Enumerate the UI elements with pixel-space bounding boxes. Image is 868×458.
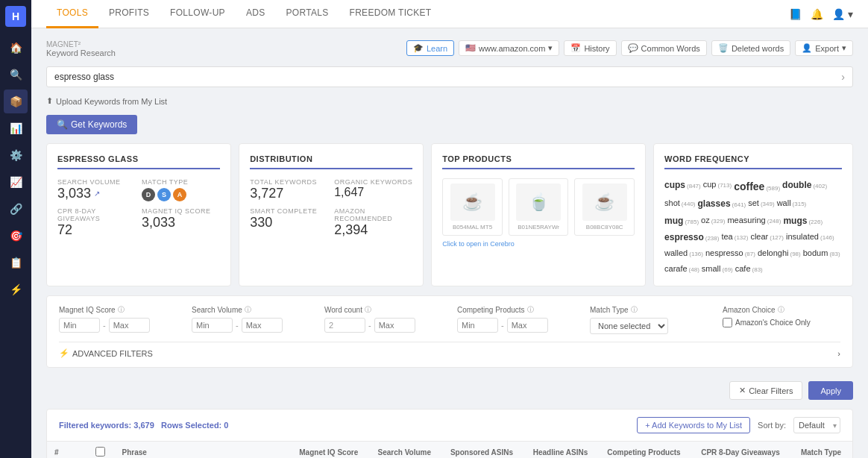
col-num: # (47, 442, 66, 458)
word-double: double(402) (782, 178, 827, 195)
page-subtitle: Keyword Research (46, 48, 116, 57)
apply-button[interactable]: Apply (808, 381, 853, 400)
upload-keywords-link[interactable]: ⬆ Upload Keywords from My List (46, 96, 853, 106)
word-bodum: bodum(83) (803, 247, 840, 260)
results-info: Filtered keywords: 3,679 Rows Selected: … (59, 421, 228, 430)
word-count-info-icon[interactable]: ⓘ (365, 305, 371, 315)
sidebar-icon-products[interactable]: 📦 (4, 90, 28, 113)
search-vol-max[interactable] (242, 318, 283, 333)
common-words-button[interactable]: 💬 Common Words (621, 40, 707, 56)
export-label: Export (815, 44, 839, 53)
tab-tools[interactable]: TOOLS (46, 0, 98, 28)
search-value: espresso glass (54, 72, 114, 82)
search-arrow-icon: › (841, 71, 845, 83)
amazon-choice-checkbox[interactable] (723, 318, 732, 327)
word-carafe: carafe(48) (664, 263, 699, 276)
magnet-iq-info-icon[interactable]: ⓘ (118, 305, 125, 315)
results-actions: + Add Keywords to My List Sort by: Defau… (637, 417, 840, 433)
word-small: small(69) (702, 263, 733, 276)
sidebar-icon-target[interactable]: 🎯 (4, 224, 28, 248)
match-type-filter-label: Match Type ⓘ (590, 305, 708, 315)
results-table: # Phrase Magnet IQ Score Search Volume S… (47, 442, 852, 458)
get-keywords-label: Get Keywords (71, 119, 127, 130)
word-clear: clear(127) (750, 230, 784, 245)
word-mugs: mugs(226) (783, 214, 823, 228)
sidebar-icon-links[interactable]: 🔗 (4, 197, 28, 221)
deleted-words-icon: 🗑️ (718, 43, 729, 53)
product-image-1: ☕ (450, 183, 495, 221)
match-type-select[interactable]: None selected (590, 318, 668, 334)
filters-section: Magnet IQ Score ⓘ - Search Volume ⓘ (46, 295, 853, 368)
word-count-min[interactable] (324, 318, 365, 333)
sidebar-icon-analytics[interactable]: 📊 (4, 116, 28, 140)
select-all-checkbox[interactable] (95, 447, 105, 457)
magnet-iq-min[interactable] (59, 318, 100, 333)
competing-products-info-icon[interactable]: ⓘ (527, 305, 534, 315)
amazon-choice-filter-label: Amazon Choice ⓘ (723, 305, 840, 315)
search-vol-info-icon[interactable]: ⓘ (245, 305, 251, 315)
sidebar-icon-home[interactable]: 🏠 (4, 36, 28, 60)
smart-complete-value: 330 (250, 215, 328, 230)
col-check (88, 442, 114, 458)
total-kw-label: TOTAL KEYWORDS (250, 178, 328, 186)
learn-label: Learn (427, 44, 447, 53)
tab-profits[interactable]: PROFITS (98, 0, 160, 28)
amazon-choice-info-icon[interactable]: ⓘ (778, 305, 784, 315)
amazon-recommended-metric: AMAZON RECOMMENDED 2,394 (334, 207, 412, 238)
marketplace-button[interactable]: 🇺🇸 www.amazon.com ▾ (459, 40, 559, 56)
export-icon: 👤 (802, 43, 812, 53)
competing-products-filter-label: Competing Products ⓘ (457, 305, 575, 315)
export-button[interactable]: 👤 Export ▾ (795, 40, 853, 56)
sidebar-logo[interactable]: H (5, 6, 26, 27)
search-vol-min[interactable] (192, 318, 233, 333)
header-actions: 🎓 Learn 🇺🇸 www.amazon.com ▾ 📅 History 💬 … (406, 40, 853, 56)
competing-products-max[interactable] (507, 318, 548, 333)
col-remove (66, 442, 89, 458)
learn-button[interactable]: 🎓 Learn (406, 40, 454, 56)
search-input[interactable]: espresso glass › (46, 66, 853, 87)
magnet-iq-metric: MAGNET IQ SCORE 3,033 (142, 207, 220, 238)
sidebar-icon-settings[interactable]: ⚙️ (4, 143, 28, 167)
history-icon: 📅 (570, 43, 581, 53)
word-frequency-card: WORD FREQUENCY cups(847) cup(713) coffee… (653, 143, 853, 286)
facebook-icon[interactable]: 📘 (789, 8, 802, 20)
filter-dash-4: - (501, 321, 504, 330)
advanced-filters-row[interactable]: ⚡ ADVANCED FILTERS › (59, 342, 840, 358)
distribution-card: DISTRIBUTION TOTAL KEYWORDS 3,727 ORGANI… (239, 143, 424, 286)
amazon-recommended-label: AMAZON RECOMMENDED (334, 207, 412, 222)
product-item-1[interactable]: ☕ B054MAL MT5 (442, 178, 503, 236)
tab-ads[interactable]: ADS (236, 0, 276, 28)
sidebar-icon-bolt[interactable]: ⚡ (4, 277, 28, 301)
sidebar-icon-list[interactable]: 📋 (4, 251, 28, 275)
trend-icon[interactable]: ↗ (94, 189, 100, 198)
user-icon[interactable]: 👤 ▾ (832, 8, 853, 20)
magnet-iq-max[interactable] (109, 318, 150, 333)
advanced-filters-text: ADVANCED FILTERS (72, 349, 153, 358)
product-item-2[interactable]: 🍵 B01NE5RAYWr (509, 178, 569, 236)
sidebar-icon-growth[interactable]: 📈 (4, 170, 28, 194)
table-header: # Phrase Magnet IQ Score Search Volume S… (47, 442, 852, 458)
upload-label: Upload Keywords from My List (56, 97, 167, 106)
deleted-words-button[interactable]: 🗑️ Deleted words (711, 40, 790, 56)
tab-followup[interactable]: FOLLOW-UP (160, 0, 236, 28)
add-keywords-button[interactable]: + Add Keywords to My List (637, 417, 750, 433)
notification-icon[interactable]: 🔔 (811, 8, 823, 20)
sort-select[interactable]: Default (793, 417, 840, 433)
product-item-3[interactable]: ☕ B08BC8Y08C (574, 178, 635, 236)
clear-filters-button[interactable]: ✕ Clear Filters (729, 381, 802, 400)
match-type-info-icon[interactable]: ⓘ (631, 305, 638, 315)
history-button[interactable]: 📅 History (564, 40, 616, 56)
cpr-metric: CPR 8-DAY GIVEAWAYS 72 (57, 207, 136, 238)
competing-products-min[interactable] (457, 318, 498, 333)
word-count-max[interactable] (374, 318, 415, 333)
open-cerebro-link[interactable]: Click to open in Cerebro (442, 240, 635, 248)
filter-dash-3: - (368, 321, 371, 330)
cards-row: ESPRESSO GLASS SEARCH VOLUME 3,033 ↗ MAT… (46, 143, 853, 286)
tab-portals[interactable]: PORTALS (275, 0, 339, 28)
tab-freedom[interactable]: FREEDOM TICKET (339, 0, 442, 28)
common-words-label: Common Words (641, 44, 700, 53)
page-header: MAGNET² Keyword Research 🎓 Learn 🇺🇸 www.… (46, 40, 853, 57)
get-keywords-button[interactable]: 🔍 Get Keywords (46, 115, 137, 134)
sidebar-icon-search[interactable]: 🔍 (4, 63, 28, 87)
word-coffee: coffee(589) (734, 178, 780, 195)
